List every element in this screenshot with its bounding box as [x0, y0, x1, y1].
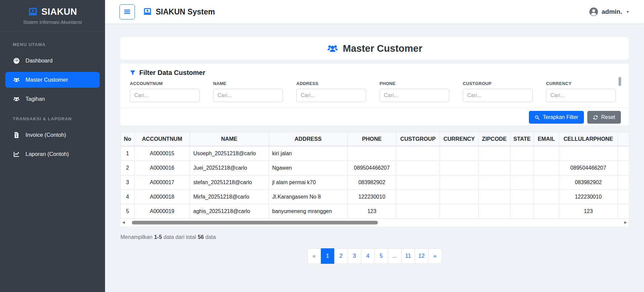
table-row: 5A0000019aghis_20251218@carlobanyumeneng…: [121, 204, 629, 219]
table-cell: 123: [348, 204, 396, 219]
filter-header: Filter Data Customer: [120, 64, 629, 77]
apply-filter-button[interactable]: Terapkan Filter: [529, 111, 584, 124]
scroll-left-arrow-icon[interactable]: ◀: [121, 220, 126, 224]
table-cell: aghis_20251218@carlo: [190, 204, 269, 219]
table-cell: [479, 161, 510, 175]
filter-input-custgroup[interactable]: [463, 89, 533, 102]
pagination-page-11[interactable]: 11: [401, 248, 415, 264]
filter-card: Filter Data Customer ACCOUNTNUMNAMEADDRE…: [120, 64, 629, 126]
table-cell: Juei_20251218@carlo: [190, 161, 269, 175]
pagination-next[interactable]: »: [428, 248, 442, 264]
pagination-prev[interactable]: «: [307, 248, 321, 264]
table-cell: jl alam permai k70: [269, 175, 348, 190]
table-cell: [510, 204, 534, 219]
table-cell: [534, 175, 559, 190]
column-header-accountnum: ACCOUNTNUM: [135, 132, 190, 147]
svg-text:$: $: [16, 134, 17, 138]
sidebar-item-label: Tagihan: [26, 96, 45, 102]
table-cell: 083982902: [348, 175, 396, 190]
app-window: SIAKUN Sistem Informasi Akuntansi MENU U…: [0, 0, 644, 292]
table-cell: Usoeph_20251218@carlo: [190, 146, 269, 161]
filter-field-currency: CURRENCY: [546, 81, 616, 102]
pagination-page-2[interactable]: 2: [334, 248, 348, 264]
user-menu[interactable]: admin.: [589, 7, 630, 16]
filter-field-label: ACCOUNTNUM: [130, 81, 200, 86]
users-icon: [13, 96, 20, 102]
navbar-title: SIAKUN System: [156, 7, 215, 16]
menu-section-label: TRANSAKSI & LAPORAN: [0, 116, 105, 126]
navbar-brand[interactable]: SIAKUN System: [143, 7, 215, 16]
sidebar-item-label: Laporan (Contoh): [26, 151, 69, 157]
table-cell: [618, 161, 629, 175]
summary-suffix: data: [205, 234, 216, 240]
filter-input-currency[interactable]: [546, 89, 616, 102]
filter-input-accountnum[interactable]: [130, 89, 200, 102]
pagination-page-5[interactable]: 5: [375, 248, 388, 264]
sidebar-toggle-button[interactable]: [119, 4, 135, 19]
filter-field-phone: PHONE: [380, 81, 449, 102]
table-cell: [396, 175, 440, 190]
filter-field-accountnum: ACCOUNTNUM: [130, 81, 200, 102]
filter-vertical-scrollbar[interactable]: [618, 77, 621, 86]
table-cell: 083982902: [559, 175, 618, 190]
table-cell: kiri jalan: [269, 146, 348, 161]
table-cell: 5: [121, 204, 135, 219]
sidebar-item-master-customer[interactable]: Master Customer: [5, 72, 100, 88]
filter-field-address: ADDRESS: [296, 81, 366, 102]
table-horizontal-scrollbar[interactable]: ◀ ▶: [120, 219, 629, 226]
pagination-page-12[interactable]: 12: [415, 248, 429, 264]
sidebar-item-invoice-contoh[interactable]: $Invoice (Contoh): [5, 127, 100, 143]
sync-icon: [593, 115, 598, 120]
filter-field-label: PHONE: [380, 81, 449, 86]
pagination-page-3[interactable]: 3: [348, 248, 361, 264]
filter-input-name[interactable]: [213, 89, 283, 102]
table-cell: [396, 190, 440, 204]
table-cell: [440, 175, 479, 190]
filter-input-address[interactable]: [296, 89, 366, 102]
pagination-ellipsis: ...: [388, 248, 402, 264]
sidebar-item-laporan-contoh[interactable]: Laporan (Contoh): [5, 146, 100, 162]
table-cell: 2: [121, 161, 135, 175]
sidebar-item-label: Invoice (Contoh): [26, 132, 66, 138]
table-cell: [440, 190, 479, 204]
sidebar-brand[interactable]: SIAKUN Sistem Informasi Akuntansi: [0, 0, 105, 31]
column-header-zipcode: ZIPCODE: [479, 132, 510, 147]
pagination-page-4[interactable]: 4: [361, 248, 375, 264]
table-cell: [510, 161, 534, 175]
user-name: admin.: [602, 8, 622, 15]
users-icon: [327, 43, 338, 54]
sidebar-item-dashboard[interactable]: Dashboard: [5, 53, 100, 69]
table-cell: [396, 146, 440, 161]
sidebar-item-label: Dashboard: [26, 57, 53, 64]
filter-input-phone[interactable]: [380, 89, 449, 102]
column-header-na: NA: [618, 132, 629, 147]
column-header-name: NAME: [190, 132, 269, 147]
customer-table: NoACCOUNTNUMNAMEADDRESSPHONECUSTGROUPCUR…: [120, 132, 629, 219]
scrollbar-track[interactable]: [126, 221, 623, 224]
table-cell: [534, 204, 559, 219]
table-cell: [440, 204, 479, 219]
filter-fields: ACCOUNTNUMNAMEADDRESSPHONECUSTGROUPCURRE…: [120, 77, 629, 102]
table-cell: [618, 190, 629, 204]
reset-filter-button[interactable]: Reset: [587, 111, 621, 124]
table-cell: Ngawen: [269, 161, 348, 175]
menu-section-label: MENU UTAMA: [0, 42, 105, 52]
laptop-medical-icon: [143, 7, 152, 16]
scrollbar-thumb[interactable]: [132, 221, 378, 224]
sidebar-item-tagihan[interactable]: Tagihan: [5, 91, 100, 107]
scroll-right-arrow-icon[interactable]: ▶: [623, 220, 628, 224]
filter-field-label: CURRENCY: [546, 81, 616, 86]
table-cell: 4: [121, 190, 135, 204]
table-cell: [396, 204, 440, 219]
table-cell: A0000018: [135, 190, 190, 204]
table-header-row: NoACCOUNTNUMNAMEADDRESSPHONECUSTGROUPCUR…: [121, 132, 629, 147]
table-cell: [479, 146, 510, 161]
table-cell: A0000015: [135, 146, 190, 161]
column-header-custgroup: CUSTGROUP: [396, 132, 440, 147]
pagination-page-1[interactable]: 1: [321, 248, 335, 264]
table-row: 4A0000018Mirfa_20251218@carloJl.Karangas…: [121, 190, 629, 204]
table-cell: Mirfa_20251218@carlo: [190, 190, 269, 204]
table-cell: [559, 146, 618, 161]
table-cell: 1: [121, 146, 135, 161]
table-cell: [510, 146, 534, 161]
